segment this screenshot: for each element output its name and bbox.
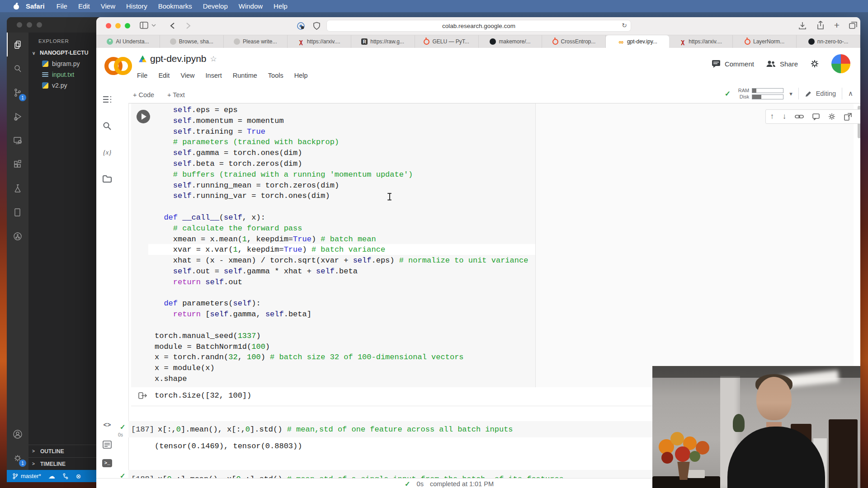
resources-dropdown-icon[interactable]: ▾ [789, 90, 793, 97]
code-line: torch.manual_seed(1337) [155, 331, 528, 342]
safari-tab[interactable]: Please write... [224, 35, 288, 48]
extensions-icon[interactable] [7, 152, 28, 176]
colab-menu-insert[interactable]: Insert [206, 72, 222, 79]
editing-mode-button[interactable]: Editing [805, 90, 836, 98]
settings-gear-icon[interactable]: 1 [7, 446, 28, 470]
address-bar[interactable]: colab.research.google.com ↻ [326, 20, 631, 32]
collapse-sections-icon[interactable]: ∧ [848, 89, 853, 98]
tab-title: Please write... [243, 38, 277, 45]
accounts-icon[interactable] [7, 422, 28, 446]
menubar-item-history[interactable]: History [121, 2, 153, 10]
run-debug-icon[interactable] [7, 104, 28, 128]
explorer-icon[interactable] [7, 33, 28, 56]
menubar-item-bookmarks[interactable]: Bookmarks [153, 2, 198, 10]
apple-menu-icon[interactable] [14, 3, 19, 9]
doc-favicon [170, 38, 176, 45]
menubar-item-safari[interactable]: Safari [19, 2, 51, 10]
share-button[interactable]: Share [766, 60, 798, 68]
chevron-down-icon[interactable] [151, 23, 156, 27]
colab-menu-edit[interactable]: Edit [158, 72, 170, 79]
notebook-title[interactable]: gpt-dev.ipynb [150, 53, 207, 64]
code-line: return [self.gamma, self.beta] [155, 309, 528, 320]
vscode-close-button[interactable] [17, 22, 22, 28]
remote-explorer-icon[interactable] [7, 128, 28, 152]
safari-tab[interactable]: makemore/... [479, 35, 542, 48]
new-tab-icon[interactable]: + [834, 21, 840, 29]
tab-title: Browse, sha... [179, 38, 213, 45]
file-name: input.txt [52, 71, 74, 78]
add-text-button[interactable]: + Text [167, 89, 185, 101]
git-graph-icon[interactable] [7, 224, 28, 248]
extension-shield-icon[interactable] [313, 22, 321, 30]
output-icon [138, 392, 147, 400]
code-line: x[:,0].mean(), x[:,0].std() # mean,std o… [158, 425, 513, 434]
menubar-item-file[interactable]: File [51, 2, 73, 10]
sync-icon[interactable] [62, 473, 69, 480]
errors-icon[interactable]: ⊗ [76, 473, 81, 480]
testing-icon[interactable] [7, 176, 28, 200]
notebook-icon[interactable] [7, 200, 28, 224]
cell-code-editor[interactable]: self.eps = eps self.momentum = momentum … [155, 105, 528, 385]
colab-menu-tools[interactable]: Tools [268, 72, 283, 79]
tab-title: nn-zero-to-... [817, 38, 849, 45]
minimize-button[interactable] [115, 23, 121, 28]
search-icon[interactable] [7, 56, 28, 80]
open-in-editor-icon[interactable] [844, 113, 852, 121]
source-control-icon[interactable]: 1 [7, 80, 28, 104]
colab-menu-runtime[interactable]: Runtime [233, 72, 257, 79]
settings-gear-icon[interactable] [810, 59, 820, 69]
menubar-item-develop[interactable]: Develop [198, 2, 233, 10]
close-button[interactable] [106, 23, 111, 28]
colab-menu-view[interactable]: View [180, 72, 194, 79]
run-cell-button[interactable] [137, 110, 150, 123]
sidebar-toggle-icon[interactable] [140, 22, 149, 29]
comment-icon[interactable] [812, 113, 820, 120]
gear-icon[interactable] [828, 113, 835, 120]
back-icon[interactable] [170, 22, 175, 29]
menubar-item-view[interactable]: View [95, 2, 121, 10]
menubar-item-window[interactable]: Window [233, 2, 268, 10]
forward-icon[interactable] [186, 22, 191, 29]
menubar-item-help[interactable]: Help [268, 2, 293, 10]
safari-tab[interactable]: LayerNorm... [733, 35, 797, 48]
resource-meter[interactable]: RAM Disk [736, 88, 783, 99]
refresh-icon[interactable]: ↻ [622, 22, 627, 29]
cell-187-output: (tensor(0.1469), tensor(0.8803)) [155, 442, 302, 450]
move-cell-down-icon[interactable]: ↓ [783, 112, 787, 121]
safari-tab[interactable]: χhttps://arxiv.... [288, 35, 351, 48]
safari-tab[interactable]: nn-zero-to-... [797, 35, 860, 48]
vscode-minimize-button[interactable] [27, 22, 32, 28]
move-cell-up-icon[interactable]: ↑ [770, 112, 774, 121]
extension-aperture-icon[interactable] [297, 22, 305, 30]
link-icon[interactable] [795, 114, 804, 119]
vscode-zoom-button[interactable] [37, 22, 42, 28]
cell-code[interactable]: x[:,0].mean(), x[:,0].std() # mean,std o… [154, 425, 513, 434]
fullscreen-button[interactable] [125, 23, 130, 28]
safari-tab[interactable]: *AI Understa... [96, 35, 160, 48]
colab-logo-icon[interactable] [104, 53, 132, 75]
comment-button[interactable]: Comment [712, 60, 754, 68]
file-name: bigram.py [52, 60, 80, 67]
safari-tab[interactable]: χhttps://arxiv.... [669, 35, 733, 48]
safari-tab[interactable]: ∞gpt-dev.ipy... [606, 35, 669, 48]
safari-tab[interactable]: Browse, sha... [160, 35, 224, 48]
safari-tab[interactable]: GELU — PyT... [415, 35, 479, 48]
colab-menu-file[interactable]: File [137, 72, 147, 79]
menubar-item-edit[interactable]: Edit [73, 2, 95, 10]
safari-tab[interactable]: CrossEntrop... [542, 35, 606, 48]
cell-right-pane [535, 103, 854, 387]
downloads-icon[interactable] [798, 21, 807, 30]
share-icon[interactable] [816, 21, 825, 30]
settings-badge: 1 [19, 460, 26, 467]
cloud-upload-icon[interactable]: ☁ [48, 472, 55, 480]
avatar[interactable] [831, 54, 850, 73]
star-icon[interactable]: ☆ [210, 54, 217, 64]
outline-section-label: OUTLINE [40, 448, 64, 455]
add-code-button[interactable]: + Code [133, 89, 154, 101]
git-branch-status[interactable]: master* [12, 473, 41, 480]
safari-tab[interactable]: Rhttps://raw.g... [351, 35, 415, 48]
code-cell-main[interactable]: self.eps = eps self.momentum = momentum … [131, 103, 854, 387]
code-line: module = BatchNorm1d(100) [155, 342, 528, 352]
tab-overview-icon[interactable] [849, 21, 858, 29]
colab-menu-help[interactable]: Help [294, 72, 308, 79]
